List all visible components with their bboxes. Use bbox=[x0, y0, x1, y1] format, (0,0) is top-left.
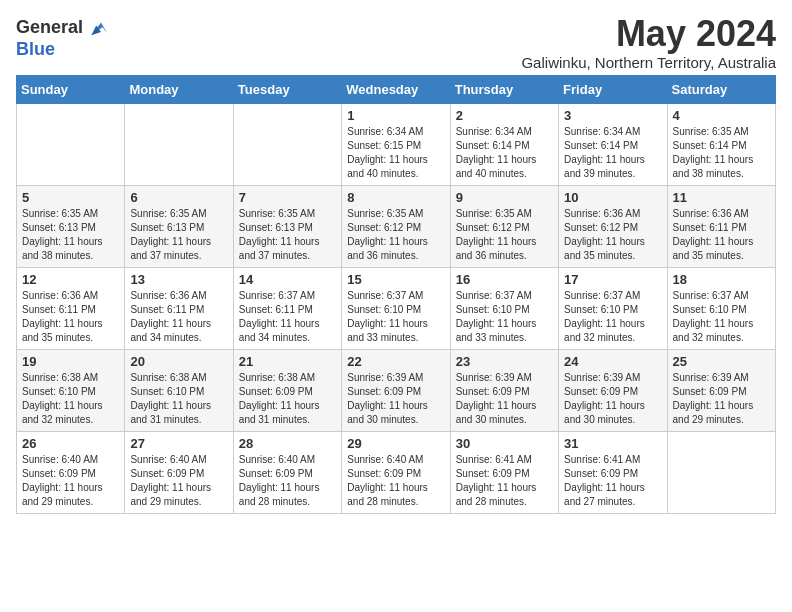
day-cell: 28Sunrise: 6:40 AMSunset: 6:09 PMDayligh… bbox=[233, 432, 341, 514]
day-cell: 17Sunrise: 6:37 AMSunset: 6:10 PMDayligh… bbox=[559, 268, 667, 350]
day-number: 16 bbox=[456, 272, 553, 287]
day-cell: 3Sunrise: 6:34 AMSunset: 6:14 PMDaylight… bbox=[559, 104, 667, 186]
day-number: 6 bbox=[130, 190, 227, 205]
day-info: Sunrise: 6:37 AMSunset: 6:10 PMDaylight:… bbox=[673, 289, 770, 345]
day-number: 11 bbox=[673, 190, 770, 205]
day-info: Sunrise: 6:36 AMSunset: 6:12 PMDaylight:… bbox=[564, 207, 661, 263]
day-cell: 31Sunrise: 6:41 AMSunset: 6:09 PMDayligh… bbox=[559, 432, 667, 514]
day-cell: 21Sunrise: 6:38 AMSunset: 6:09 PMDayligh… bbox=[233, 350, 341, 432]
day-number: 29 bbox=[347, 436, 444, 451]
day-info: Sunrise: 6:41 AMSunset: 6:09 PMDaylight:… bbox=[456, 453, 553, 509]
weekday-header-monday: Monday bbox=[125, 76, 233, 104]
logo-blue: Blue bbox=[16, 40, 109, 60]
day-info: Sunrise: 6:35 AMSunset: 6:14 PMDaylight:… bbox=[673, 125, 770, 181]
day-number: 9 bbox=[456, 190, 553, 205]
day-cell: 26Sunrise: 6:40 AMSunset: 6:09 PMDayligh… bbox=[17, 432, 125, 514]
day-number: 10 bbox=[564, 190, 661, 205]
weekday-header-row: SundayMondayTuesdayWednesdayThursdayFrid… bbox=[17, 76, 776, 104]
day-number: 3 bbox=[564, 108, 661, 123]
day-info: Sunrise: 6:39 AMSunset: 6:09 PMDaylight:… bbox=[347, 371, 444, 427]
day-info: Sunrise: 6:37 AMSunset: 6:10 PMDaylight:… bbox=[564, 289, 661, 345]
day-info: Sunrise: 6:34 AMSunset: 6:14 PMDaylight:… bbox=[456, 125, 553, 181]
day-info: Sunrise: 6:36 AMSunset: 6:11 PMDaylight:… bbox=[130, 289, 227, 345]
weekday-header-saturday: Saturday bbox=[667, 76, 775, 104]
day-cell bbox=[667, 432, 775, 514]
day-number: 14 bbox=[239, 272, 336, 287]
day-number: 2 bbox=[456, 108, 553, 123]
day-number: 31 bbox=[564, 436, 661, 451]
day-info: Sunrise: 6:41 AMSunset: 6:09 PMDaylight:… bbox=[564, 453, 661, 509]
day-cell: 27Sunrise: 6:40 AMSunset: 6:09 PMDayligh… bbox=[125, 432, 233, 514]
day-info: Sunrise: 6:34 AMSunset: 6:14 PMDaylight:… bbox=[564, 125, 661, 181]
day-info: Sunrise: 6:37 AMSunset: 6:10 PMDaylight:… bbox=[347, 289, 444, 345]
week-row-1: 1Sunrise: 6:34 AMSunset: 6:15 PMDaylight… bbox=[17, 104, 776, 186]
title-block: May 2024 Galiwinku, Northern Territory, … bbox=[521, 16, 776, 71]
day-info: Sunrise: 6:40 AMSunset: 6:09 PMDaylight:… bbox=[22, 453, 119, 509]
day-info: Sunrise: 6:35 AMSunset: 6:12 PMDaylight:… bbox=[347, 207, 444, 263]
day-cell: 4Sunrise: 6:35 AMSunset: 6:14 PMDaylight… bbox=[667, 104, 775, 186]
day-cell: 11Sunrise: 6:36 AMSunset: 6:11 PMDayligh… bbox=[667, 186, 775, 268]
day-number: 28 bbox=[239, 436, 336, 451]
day-cell: 5Sunrise: 6:35 AMSunset: 6:13 PMDaylight… bbox=[17, 186, 125, 268]
day-info: Sunrise: 6:38 AMSunset: 6:10 PMDaylight:… bbox=[130, 371, 227, 427]
day-info: Sunrise: 6:40 AMSunset: 6:09 PMDaylight:… bbox=[239, 453, 336, 509]
day-info: Sunrise: 6:37 AMSunset: 6:11 PMDaylight:… bbox=[239, 289, 336, 345]
day-number: 25 bbox=[673, 354, 770, 369]
week-row-2: 5Sunrise: 6:35 AMSunset: 6:13 PMDaylight… bbox=[17, 186, 776, 268]
day-cell: 2Sunrise: 6:34 AMSunset: 6:14 PMDaylight… bbox=[450, 104, 558, 186]
day-cell: 29Sunrise: 6:40 AMSunset: 6:09 PMDayligh… bbox=[342, 432, 450, 514]
day-info: Sunrise: 6:40 AMSunset: 6:09 PMDaylight:… bbox=[130, 453, 227, 509]
day-info: Sunrise: 6:38 AMSunset: 6:09 PMDaylight:… bbox=[239, 371, 336, 427]
day-cell: 15Sunrise: 6:37 AMSunset: 6:10 PMDayligh… bbox=[342, 268, 450, 350]
calendar-table: SundayMondayTuesdayWednesdayThursdayFrid… bbox=[16, 75, 776, 514]
day-cell bbox=[17, 104, 125, 186]
day-cell: 30Sunrise: 6:41 AMSunset: 6:09 PMDayligh… bbox=[450, 432, 558, 514]
day-number: 4 bbox=[673, 108, 770, 123]
day-cell: 18Sunrise: 6:37 AMSunset: 6:10 PMDayligh… bbox=[667, 268, 775, 350]
logo-icon bbox=[85, 16, 109, 40]
day-cell bbox=[233, 104, 341, 186]
day-cell: 8Sunrise: 6:35 AMSunset: 6:12 PMDaylight… bbox=[342, 186, 450, 268]
day-number: 5 bbox=[22, 190, 119, 205]
day-info: Sunrise: 6:34 AMSunset: 6:15 PMDaylight:… bbox=[347, 125, 444, 181]
weekday-header-wednesday: Wednesday bbox=[342, 76, 450, 104]
day-number: 18 bbox=[673, 272, 770, 287]
day-number: 21 bbox=[239, 354, 336, 369]
logo-general: General bbox=[16, 18, 83, 38]
day-cell: 20Sunrise: 6:38 AMSunset: 6:10 PMDayligh… bbox=[125, 350, 233, 432]
day-info: Sunrise: 6:39 AMSunset: 6:09 PMDaylight:… bbox=[673, 371, 770, 427]
day-info: Sunrise: 6:39 AMSunset: 6:09 PMDaylight:… bbox=[564, 371, 661, 427]
day-number: 7 bbox=[239, 190, 336, 205]
day-cell: 13Sunrise: 6:36 AMSunset: 6:11 PMDayligh… bbox=[125, 268, 233, 350]
day-number: 19 bbox=[22, 354, 119, 369]
day-info: Sunrise: 6:35 AMSunset: 6:13 PMDaylight:… bbox=[22, 207, 119, 263]
day-cell: 19Sunrise: 6:38 AMSunset: 6:10 PMDayligh… bbox=[17, 350, 125, 432]
day-cell bbox=[125, 104, 233, 186]
day-number: 27 bbox=[130, 436, 227, 451]
month-title: May 2024 bbox=[521, 16, 776, 52]
weekday-header-sunday: Sunday bbox=[17, 76, 125, 104]
day-number: 15 bbox=[347, 272, 444, 287]
day-info: Sunrise: 6:40 AMSunset: 6:09 PMDaylight:… bbox=[347, 453, 444, 509]
day-number: 20 bbox=[130, 354, 227, 369]
day-number: 12 bbox=[22, 272, 119, 287]
day-cell: 6Sunrise: 6:35 AMSunset: 6:13 PMDaylight… bbox=[125, 186, 233, 268]
week-row-5: 26Sunrise: 6:40 AMSunset: 6:09 PMDayligh… bbox=[17, 432, 776, 514]
weekday-header-friday: Friday bbox=[559, 76, 667, 104]
day-cell: 9Sunrise: 6:35 AMSunset: 6:12 PMDaylight… bbox=[450, 186, 558, 268]
day-cell: 24Sunrise: 6:39 AMSunset: 6:09 PMDayligh… bbox=[559, 350, 667, 432]
day-number: 24 bbox=[564, 354, 661, 369]
day-number: 22 bbox=[347, 354, 444, 369]
weekday-header-thursday: Thursday bbox=[450, 76, 558, 104]
day-cell: 22Sunrise: 6:39 AMSunset: 6:09 PMDayligh… bbox=[342, 350, 450, 432]
day-number: 8 bbox=[347, 190, 444, 205]
week-row-4: 19Sunrise: 6:38 AMSunset: 6:10 PMDayligh… bbox=[17, 350, 776, 432]
day-cell: 16Sunrise: 6:37 AMSunset: 6:10 PMDayligh… bbox=[450, 268, 558, 350]
day-info: Sunrise: 6:36 AMSunset: 6:11 PMDaylight:… bbox=[673, 207, 770, 263]
day-cell: 10Sunrise: 6:36 AMSunset: 6:12 PMDayligh… bbox=[559, 186, 667, 268]
day-info: Sunrise: 6:35 AMSunset: 6:12 PMDaylight:… bbox=[456, 207, 553, 263]
day-cell: 14Sunrise: 6:37 AMSunset: 6:11 PMDayligh… bbox=[233, 268, 341, 350]
day-info: Sunrise: 6:35 AMSunset: 6:13 PMDaylight:… bbox=[130, 207, 227, 263]
day-cell: 23Sunrise: 6:39 AMSunset: 6:09 PMDayligh… bbox=[450, 350, 558, 432]
day-info: Sunrise: 6:39 AMSunset: 6:09 PMDaylight:… bbox=[456, 371, 553, 427]
